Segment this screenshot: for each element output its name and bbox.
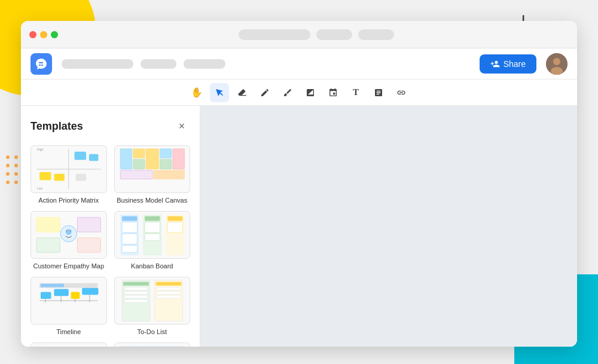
nav-pill-2[interactable] xyxy=(141,59,176,69)
canvas-area[interactable] xyxy=(200,106,577,347)
template-thumb-customer-empathy-map xyxy=(30,211,107,259)
template-item-business-model-canvas[interactable]: Business Model Canvas xyxy=(114,145,191,204)
person-plus-icon xyxy=(490,59,500,69)
svg-rect-25 xyxy=(36,218,60,232)
template-label-to-do-list: To-Do List xyxy=(114,328,191,335)
svg-rect-26 xyxy=(77,218,100,232)
svg-rect-69 xyxy=(33,343,103,347)
svg-rect-68 xyxy=(157,295,180,298)
svg-point-1 xyxy=(553,58,560,65)
template-thumb-action-priority-matrix: High Low xyxy=(30,145,107,193)
title-bar xyxy=(21,21,577,48)
template-item-weekly-calendar[interactable]: Weekly Calendar xyxy=(114,342,191,347)
nav-pill-1[interactable] xyxy=(62,59,133,69)
share-button[interactable]: Share xyxy=(480,54,536,74)
text-tool-button[interactable]: T xyxy=(346,83,365,102)
svg-text:Low: Low xyxy=(37,187,42,190)
svg-rect-7 xyxy=(54,174,65,181)
browser-nav xyxy=(316,29,352,40)
svg-rect-59 xyxy=(154,280,182,321)
templates-header: Templates × xyxy=(30,118,190,134)
svg-rect-15 xyxy=(133,149,145,158)
templates-panel: Templates × xyxy=(21,106,200,347)
template-item-action-priority-matrix[interactable]: High Low Action Priority Matrix xyxy=(30,145,107,204)
sticky-tool-button[interactable] xyxy=(369,83,388,102)
svg-rect-14 xyxy=(120,149,132,169)
shape-tool-button[interactable] xyxy=(324,83,343,102)
template-thumb-timeline xyxy=(30,277,107,325)
svg-rect-19 xyxy=(160,159,172,169)
svg-rect-60 xyxy=(123,282,149,286)
svg-rect-17 xyxy=(146,149,158,169)
svg-rect-50 xyxy=(82,288,98,295)
svg-rect-61 xyxy=(124,287,147,290)
app-header: Share xyxy=(21,48,577,79)
svg-point-29 xyxy=(66,229,72,235)
share-label: Share xyxy=(504,59,526,69)
hand-tool-button[interactable]: ✋ xyxy=(187,83,206,102)
close-window-dot[interactable] xyxy=(29,31,36,38)
svg-rect-8 xyxy=(75,152,87,160)
svg-rect-38 xyxy=(122,234,137,244)
select-tool-button[interactable] xyxy=(210,83,229,102)
svg-rect-36 xyxy=(122,216,137,221)
close-templates-button[interactable]: × xyxy=(173,118,190,134)
template-item-timeline[interactable]: Timeline xyxy=(30,277,107,335)
svg-rect-9 xyxy=(89,154,99,161)
templates-title: Templates xyxy=(30,120,83,133)
toolbar: ✋ T xyxy=(21,79,577,106)
svg-rect-56 xyxy=(41,284,64,287)
browser-nav2 xyxy=(358,29,394,40)
svg-rect-64 xyxy=(124,299,147,302)
link-tool-button[interactable] xyxy=(392,83,411,102)
template-thumb-venn-diagram xyxy=(30,342,107,347)
minimize-window-dot[interactable] xyxy=(40,31,47,38)
template-item-venn-diagram[interactable]: Venn Diagram xyxy=(30,342,107,347)
template-label-action-priority-matrix: Action Priority Matrix xyxy=(30,197,107,204)
line-tool-button[interactable] xyxy=(301,83,320,102)
template-thumb-to-do-list xyxy=(114,277,191,325)
svg-rect-18 xyxy=(160,149,172,158)
svg-rect-75 xyxy=(120,346,184,347)
svg-rect-39 xyxy=(122,246,137,253)
user-avatar[interactable] xyxy=(546,53,568,75)
template-item-kanban-board[interactable]: Kanban Board xyxy=(114,211,191,270)
svg-rect-43 xyxy=(167,216,182,221)
template-label-timeline: Timeline xyxy=(30,328,107,335)
template-thumb-business-model-canvas xyxy=(114,145,191,193)
template-item-customer-empathy-map[interactable]: Customer Empathy Map xyxy=(30,211,107,270)
svg-rect-67 xyxy=(157,291,180,294)
browser-window: Share ✋ T xyxy=(21,21,577,347)
svg-rect-28 xyxy=(77,238,100,252)
template-label-kanban-board: Kanban Board xyxy=(114,262,191,270)
svg-rect-62 xyxy=(124,291,147,294)
svg-rect-41 xyxy=(145,222,160,233)
template-label-customer-empathy-map: Customer Empathy Map xyxy=(30,262,107,270)
maximize-window-dot[interactable] xyxy=(51,31,58,38)
svg-rect-16 xyxy=(133,159,145,169)
app-logo[interactable] xyxy=(30,53,52,75)
svg-rect-10 xyxy=(75,174,86,181)
svg-text:High: High xyxy=(37,148,43,151)
svg-rect-20 xyxy=(172,149,184,169)
svg-rect-63 xyxy=(124,295,147,298)
address-bar[interactable] xyxy=(239,29,310,40)
pen-tool-button[interactable] xyxy=(255,83,274,102)
svg-rect-66 xyxy=(157,287,180,290)
svg-rect-27 xyxy=(36,238,60,252)
svg-rect-42 xyxy=(145,234,160,241)
svg-rect-44 xyxy=(167,222,182,233)
svg-rect-49 xyxy=(71,292,80,299)
svg-rect-21 xyxy=(120,170,152,179)
svg-rect-37 xyxy=(122,222,137,233)
main-content: Templates × xyxy=(21,106,577,347)
template-label-business-model-canvas: Business Model Canvas xyxy=(114,197,191,204)
template-item-to-do-list[interactable]: To-Do List xyxy=(114,277,191,335)
erase-tool-button[interactable] xyxy=(233,83,252,102)
templates-grid: High Low Action Priority Matrix xyxy=(30,145,190,347)
brush-tool-button[interactable] xyxy=(278,83,297,102)
nav-pill-3[interactable] xyxy=(184,59,225,69)
svg-rect-40 xyxy=(145,216,160,221)
template-thumb-weekly-calendar xyxy=(114,342,191,347)
window-controls xyxy=(29,31,58,38)
